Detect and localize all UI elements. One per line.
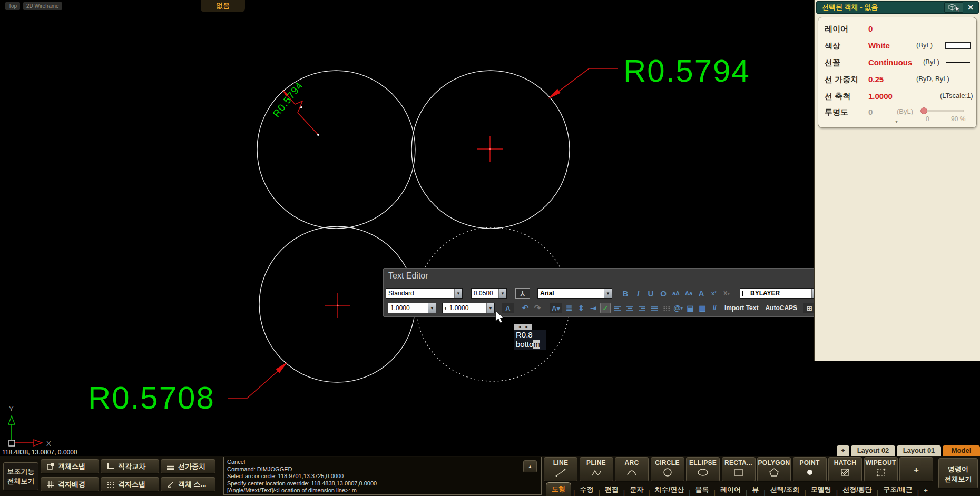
line-button[interactable]: LINE (544, 457, 577, 482)
arc-button[interactable]: ARC (615, 457, 649, 482)
command-prompt-line[interactable]: [Angle/Mtext/Text]/<Location of dimensio… (227, 487, 541, 494)
layout-tab-01[interactable]: Layout 01 (897, 445, 941, 456)
subscript-icon[interactable]: X₂ (721, 288, 732, 299)
chevron-down-icon[interactable]: ▼ (454, 289, 462, 298)
autocaps-button[interactable]: AutoCAPS (765, 304, 797, 312)
drawing-file-tab[interactable]: 없음 (201, 0, 245, 12)
command-scroll-up-button[interactable]: ▲ (523, 460, 537, 473)
dim-bottom-text[interactable]: R0.5708 (88, 380, 215, 415)
point-button[interactable]: POINT (793, 457, 827, 482)
layout-tab-02[interactable]: Layout 02 (851, 445, 895, 456)
bold-icon[interactable]: B (620, 288, 631, 299)
text-frame-icon[interactable]: A▾ (550, 303, 562, 313)
lowercase-icon[interactable]: Aa (683, 288, 694, 299)
circle-button[interactable]: CIRCLE (651, 457, 684, 482)
uppercase-icon[interactable]: aA (671, 288, 681, 299)
rectangle-button[interactable]: RECTA... (722, 457, 756, 482)
inline-editor-textbox[interactable]: R0.8 bottom (514, 330, 546, 350)
toggle-grid[interactable]: 격자배경 (41, 477, 99, 492)
paragraph-icon[interactable]: ⇥ (588, 303, 599, 313)
inline-editor-arrows[interactable]: ◄ ► (514, 324, 532, 330)
import-text-button[interactable]: Import Text (724, 304, 758, 312)
bullet-list-icon[interactable]: ≣ (564, 303, 574, 313)
chevron-down-icon[interactable]: ▼ (498, 289, 506, 298)
tab-add[interactable]: + (921, 485, 930, 496)
text-style-combo[interactable]: Standard▼ (386, 288, 463, 299)
tab-edit[interactable]: 편집 (602, 483, 621, 496)
tab-shapes[interactable]: 도형 (546, 482, 571, 496)
justify-active-icon[interactable]: ✓ (600, 303, 611, 313)
case-toggle-icon[interactable]: A (696, 288, 707, 299)
toggle-object-track[interactable]: 객체 스... (161, 477, 215, 492)
aux-functions-button[interactable]: 보조기능전체보기 (3, 462, 38, 491)
circle-top-left[interactable] (257, 71, 415, 229)
tab-text[interactable]: 문자 (627, 483, 646, 496)
symbol-insert-icon[interactable]: @▾ (673, 303, 683, 313)
field-icon[interactable]: ▤ (685, 303, 695, 313)
text-color-combo[interactable]: BYLAYER▼ (740, 288, 820, 299)
tab-structure[interactable]: 구조/배근 (880, 483, 915, 496)
toggle-object-snap[interactable]: 객체스냅 (41, 459, 99, 474)
hatch-button[interactable]: HATCH (828, 457, 862, 482)
toggle-grid-snap[interactable]: 격자스냅 (101, 477, 159, 492)
overline-icon[interactable]: O (658, 288, 669, 299)
left-arrow-icon[interactable]: ◄ (518, 324, 522, 330)
polygon-button[interactable]: POLYGON (757, 457, 791, 482)
distribute-icon[interactable] (661, 303, 671, 313)
italic-icon[interactable]: I (633, 288, 643, 299)
dimension-jogged[interactable]: R0.5794 (271, 80, 319, 136)
dim-jogged-text[interactable]: R0.5794 (271, 80, 305, 119)
chevron-down-icon[interactable]: ▼ (428, 303, 436, 313)
pline-button[interactable]: PLINE (580, 457, 613, 482)
transparency-slider[interactable] (922, 110, 964, 112)
right-arrow-icon[interactable]: ► (525, 324, 528, 330)
chevron-down-icon[interactable]: ▼ (604, 289, 612, 298)
viewport-view-control[interactable]: Top (5, 2, 20, 10)
ellipse-button[interactable]: ELLIPSE (686, 457, 720, 482)
dimension-top-right[interactable]: R0.5794 (548, 53, 750, 99)
expand-arrow-icon[interactable]: ▾ (895, 118, 898, 124)
property-row-color[interactable]: 색상 White (ByL) (818, 41, 976, 52)
tracking-combo[interactable]: 1.0000▼ (388, 303, 436, 313)
text-height-combo[interactable]: 0.0500▼ (471, 288, 507, 299)
annotative-icon[interactable]: ⅄ (515, 288, 530, 299)
width-factor-combo[interactable]: ◖ 1.0000▼ (442, 303, 495, 313)
properties-header[interactable]: 선택된 객체 - 없음 ✕ (816, 1, 979, 14)
tab-layer[interactable]: 레이어 (718, 483, 743, 496)
add-command-button[interactable]: + (899, 457, 933, 482)
command-line[interactable]: Cancel Command: DIMJOGGED Select arc or … (223, 457, 542, 495)
dimension-bottom-left[interactable]: R0.5708 (88, 362, 288, 415)
quick-select-icon[interactable] (944, 2, 963, 13)
align-justify-icon[interactable] (649, 303, 659, 313)
align-left-icon[interactable] (612, 303, 623, 313)
color-swatch[interactable] (945, 42, 971, 49)
property-row-lineweight[interactable]: 선 가중치 0.25 (ByD, ByL) (818, 75, 976, 85)
close-icon[interactable]: ✕ (967, 3, 974, 12)
property-row-layer[interactable]: 레이어 0 (818, 24, 976, 35)
align-right-icon[interactable] (636, 303, 647, 313)
symbols-more-icon[interactable]: ii (709, 303, 720, 313)
viewport-style-control[interactable]: 2D Wireframe (23, 2, 62, 10)
superscript-icon[interactable]: x² (709, 288, 719, 299)
line-spacing-icon[interactable]: ⇕ (576, 303, 586, 313)
all-commands-button[interactable]: 명령어전체보기 (938, 458, 978, 489)
tab-block[interactable]: 블록 (693, 483, 712, 496)
chevron-down-icon[interactable]: ▼ (486, 303, 494, 313)
underline-icon[interactable]: U (645, 288, 656, 299)
toggle-lineweight[interactable]: 선가중치 (161, 459, 215, 474)
toggle-ortho[interactable]: 직각교차 (101, 459, 159, 474)
inline-text-editor[interactable]: ◄ ► R0.8 bottom (514, 324, 546, 350)
tab-modeling[interactable]: 모델링 (808, 483, 834, 496)
align-center-icon[interactable] (624, 303, 635, 313)
tab-view[interactable]: 뷰 (749, 483, 761, 496)
slider-knob[interactable] (920, 107, 927, 114)
tab-dimension[interactable]: 치수/연산 (652, 483, 687, 496)
tab-linear[interactable]: 선형/횡단 (840, 483, 875, 496)
wipeout-button[interactable]: WIPEOUT (864, 457, 898, 482)
columns-icon[interactable]: ▥ (697, 303, 708, 313)
tab-modify[interactable]: 수정 (577, 483, 596, 496)
redo-icon[interactable]: ↷ (532, 303, 543, 313)
font-combo[interactable]: Arial▼ (537, 288, 612, 299)
layout-tab-model[interactable]: Model (943, 445, 980, 456)
property-row-transparency[interactable]: 투명도 0 (ByL) 0 90 % (818, 107, 976, 118)
